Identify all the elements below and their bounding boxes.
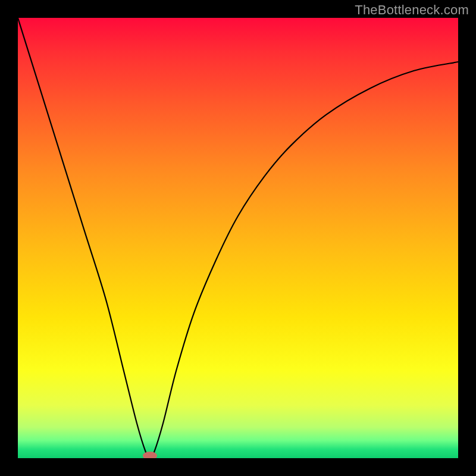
plot-area bbox=[18, 18, 458, 458]
bottleneck-curve bbox=[18, 18, 458, 458]
optimum-marker bbox=[143, 452, 157, 458]
chart-frame: TheBottleneck.com bbox=[0, 0, 476, 476]
watermark-text: TheBottleneck.com bbox=[355, 2, 469, 18]
